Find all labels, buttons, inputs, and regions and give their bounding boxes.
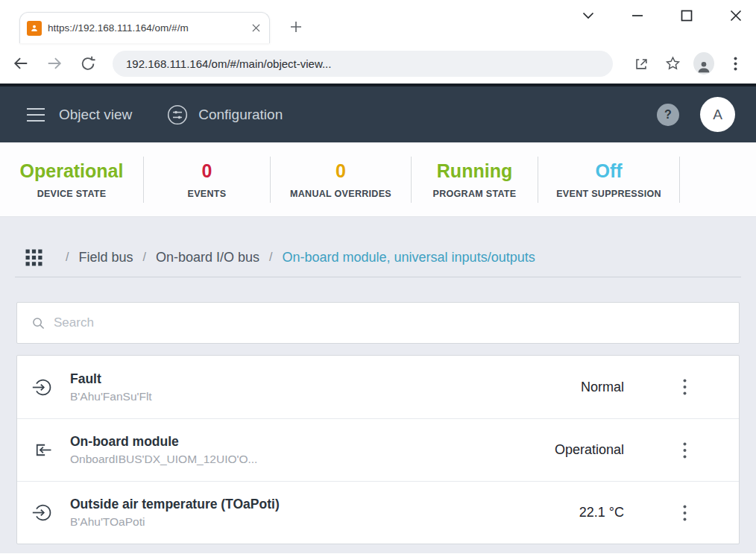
breadcrumb-divider [15, 277, 741, 277]
minimize-button[interactable] [628, 4, 647, 27]
list-item-outside-air-temperature[interactable]: Outside air temperature (TOaPoti) B'Ahu'… [17, 481, 739, 544]
object-list: Fault B'Ahu'FanSu'Flt Normal On-board mo… [16, 355, 740, 544]
search-icon [32, 317, 45, 330]
breadcrumb-separator: / [66, 251, 69, 264]
address-url: 192.168.111.164/om/#/main/object-view... [126, 57, 331, 70]
status-events: 0 EVENTS [144, 157, 271, 203]
tab-search-chevron-icon[interactable] [579, 4, 598, 27]
configuration-icon[interactable] [166, 104, 189, 126]
breadcrumb: / Field bus / On-board I/O bus / On-boar… [16, 217, 740, 266]
browser-menu-icon[interactable] [725, 53, 746, 74]
object-subtitle: B'Ahu'TOaPoti [70, 515, 579, 529]
object-title: On-board module [70, 434, 555, 450]
search-input[interactable] [54, 315, 725, 330]
breadcrumb-separator: / [143, 251, 146, 264]
row-menu-kebab-icon[interactable] [675, 435, 694, 465]
browser-toolbar: 192.168.111.164/om/#/main/object-view... [0, 43, 756, 84]
object-subtitle: OnboardIBUS'DX_UIOM_12UIO'O... [70, 453, 555, 466]
close-window-button[interactable] [726, 4, 746, 27]
input-icon [32, 503, 52, 523]
forward-button[interactable] [44, 53, 65, 74]
object-title: Outside air temperature (TOaPoti) [70, 497, 579, 512]
list-item-text: Fault B'Ahu'FanSu'Flt [70, 371, 581, 403]
help-button[interactable]: ? [657, 104, 679, 126]
breadcrumb-home-grid-icon[interactable] [25, 248, 43, 266]
nav-item-configuration[interactable]: Configuration [198, 107, 283, 123]
breadcrumb-item-onboard-io-bus[interactable]: On-board I/O bus [156, 250, 259, 265]
event-suppression-value: Off [595, 160, 622, 182]
row-menu-kebab-icon[interactable] [675, 372, 694, 402]
new-tab-button[interactable] [285, 16, 307, 38]
browser-tab-strip: https://192.168.111.164/om/#/m [0, 0, 756, 43]
status-program-state: Running PROGRAM STATE [412, 157, 538, 203]
device-state-label: DEVICE STATE [37, 189, 107, 199]
reload-button[interactable] [78, 53, 98, 74]
object-title: Fault [70, 371, 581, 387]
back-button[interactable] [10, 53, 31, 74]
browser-profile-avatar[interactable] [693, 53, 714, 74]
list-item-text: On-board module OnboardIBUS'DX_UIOM_12UI… [70, 434, 555, 466]
event-suppression-label: EVENT SUPPRESSION [556, 189, 661, 199]
object-value: Normal [581, 380, 624, 395]
breadcrumb-item-current: On-board module, universal inputs/output… [282, 250, 535, 265]
events-count: 0 [202, 160, 212, 182]
main-content: / Field bus / On-board I/O bus / On-boar… [0, 217, 756, 553]
search-box[interactable] [16, 302, 740, 344]
status-device-state: Operational DEVICE STATE [0, 157, 144, 203]
tab-close-icon[interactable] [248, 21, 263, 36]
input-icon [32, 377, 52, 397]
object-value: 22.1 °C [579, 505, 624, 520]
list-item-fault[interactable]: Fault B'Ahu'FanSu'Flt Normal [17, 356, 739, 418]
module-input-icon [32, 440, 52, 460]
header-right-group: ? A [657, 97, 735, 132]
bookmark-star-icon[interactable] [662, 53, 683, 74]
browser-tab[interactable]: https://192.168.111.164/om/#/m [19, 12, 270, 43]
list-item-text: Outside air temperature (TOaPoti) B'Ahu'… [70, 497, 579, 529]
list-item-onboard-module[interactable]: On-board module OnboardIBUS'DX_UIOM_12UI… [17, 418, 739, 481]
nav-item-object-view[interactable]: Object view [59, 107, 132, 123]
row-menu-kebab-icon[interactable] [675, 498, 694, 528]
share-icon[interactable] [631, 53, 652, 74]
window-controls [579, 4, 746, 27]
device-status-bar: Operational DEVICE STATE 0 EVENTS 0 MANU… [0, 142, 756, 217]
tab-title: https://192.168.111.164/om/#/m [48, 22, 248, 34]
object-view-menu-icon[interactable] [25, 104, 46, 125]
manual-overrides-label: MANUAL OVERRIDES [290, 189, 391, 199]
breadcrumb-item-field-bus[interactable]: Field bus [78, 250, 133, 265]
site-favicon-icon [27, 21, 42, 36]
program-state-label: PROGRAM STATE [433, 189, 517, 199]
app-header: Object view Configuration ? A [0, 84, 756, 142]
maximize-button[interactable] [677, 4, 696, 27]
events-label: EVENTS [188, 189, 227, 199]
object-value: Operational [555, 442, 624, 458]
object-subtitle: B'Ahu'FanSu'Flt [70, 390, 581, 403]
address-bar[interactable]: 192.168.111.164/om/#/main/object-view... [113, 51, 613, 77]
user-avatar[interactable]: A [700, 97, 735, 132]
program-state-value: Running [437, 160, 512, 182]
status-manual-overrides: 0 MANUAL OVERRIDES [271, 157, 412, 203]
device-state-value: Operational [20, 160, 124, 182]
manual-overrides-count: 0 [336, 160, 346, 182]
breadcrumb-separator: / [269, 251, 272, 264]
status-event-suppression: Off EVENT SUPPRESSION [538, 157, 680, 203]
profile-person-icon [693, 52, 714, 75]
